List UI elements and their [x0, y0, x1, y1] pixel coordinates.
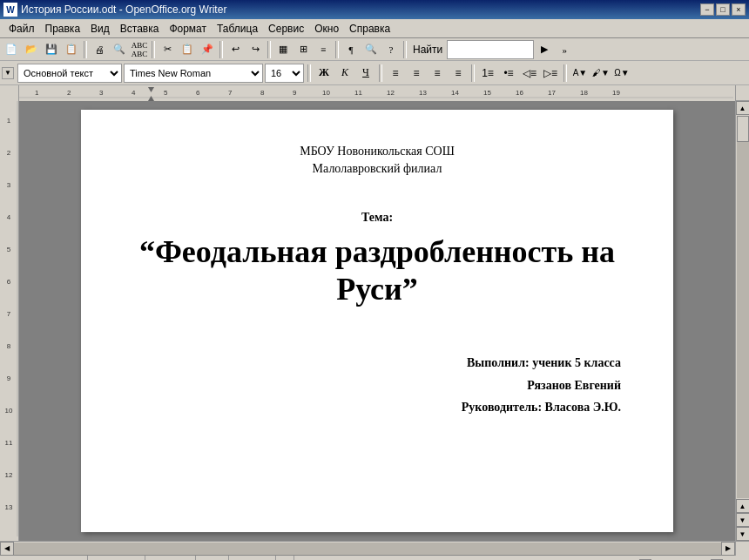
menu-help[interactable]: Справка	[344, 21, 395, 37]
maximize-button[interactable]: □	[716, 3, 730, 16]
paragraph-button[interactable]: ¶	[341, 40, 361, 59]
italic-button[interactable]: К	[335, 64, 354, 83]
underline-button[interactable]: Ч	[356, 64, 375, 83]
paste-button[interactable]: 📌	[198, 40, 217, 59]
status-bar: Страница 1 / 10 Обычный Русский ВСТ СТАН…	[0, 555, 749, 560]
paragraph-style-select[interactable]: Основной текст	[17, 64, 122, 83]
svg-text:11: 11	[354, 89, 362, 97]
scroll-prev-page[interactable]: ▲	[736, 499, 750, 513]
copy-button[interactable]: 📋	[178, 40, 197, 59]
menu-insert[interactable]: Вставка	[115, 21, 165, 37]
decrease-indent-button[interactable]: ◁≡	[520, 64, 539, 83]
spellcheck-button[interactable]: ABCABC	[130, 40, 149, 59]
author-line2: Рязанов Евгений	[133, 374, 621, 396]
insert-mode[interactable]: ВСТ	[196, 556, 229, 560]
save-button[interactable]: 💾	[42, 40, 61, 59]
table-button[interactable]: ▦	[273, 40, 293, 59]
main-area: 1 2 3 4 5 6 7 8 9 10 11 12 13 МБОУ Новон…	[0, 101, 749, 541]
standard-toolbar: 📄 📂 💾 📋 🖨 🔍 ABCABC ✂ 📋 📌 ↩ ↪ ▦ ⊞ ≡ ¶ 🔍 ?…	[0, 38, 749, 61]
formatting-toolbar: ▼ Основной текст Times New Roman 16 Ж К …	[0, 61, 749, 85]
fmt-sep2	[379, 64, 382, 82]
find-label: Найти	[413, 44, 442, 56]
selection-mode[interactable]: СТАНД	[229, 556, 276, 560]
new-button[interactable]: 📄	[2, 40, 21, 59]
menu-window[interactable]: Окно	[309, 21, 344, 37]
hscroll-left-button[interactable]: ◀	[0, 542, 14, 556]
fmt-sep3	[471, 64, 475, 82]
style-icon[interactable]: ▼	[2, 67, 14, 79]
menu-edit[interactable]: Правка	[40, 21, 86, 37]
modified-indicator: *	[276, 556, 294, 560]
increase-indent-button[interactable]: ▷≡	[541, 64, 560, 83]
align-center-button[interactable]: ≡	[407, 64, 426, 83]
hscroll-right-button[interactable]: ▶	[721, 542, 735, 556]
minimize-button[interactable]: −	[700, 3, 714, 16]
menu-file[interactable]: Файл	[3, 21, 40, 37]
close-button[interactable]: ×	[732, 3, 746, 16]
cut-button[interactable]: ✂	[158, 40, 177, 59]
align-justify-button[interactable]: ≡	[449, 64, 468, 83]
menu-bar: Файл Правка Вид Вставка Формат Таблица С…	[0, 19, 749, 38]
svg-text:2: 2	[7, 149, 11, 157]
svg-text:9: 9	[293, 89, 297, 97]
supervisor-line: Руководитель: Власова Э.Ю.	[133, 396, 621, 418]
preview-button[interactable]: 🔍	[110, 40, 129, 59]
svg-text:6: 6	[196, 89, 200, 97]
menu-tools[interactable]: Сервис	[263, 21, 309, 37]
undo-button[interactable]: ↩	[226, 40, 245, 59]
svg-text:7: 7	[228, 89, 233, 97]
document-area: МБОУ Новоникольская СОШ Малолавровский ф…	[19, 101, 735, 541]
bullets-button[interactable]: •≡	[499, 64, 518, 83]
highlight-color-button[interactable]: 🖌▼	[591, 64, 611, 83]
sep2	[152, 41, 155, 58]
zoom-in-button[interactable]: 🔍	[361, 40, 381, 59]
svg-marker-21	[148, 96, 154, 101]
find-input[interactable]	[447, 40, 534, 59]
scroll-down-button[interactable]: ▼	[736, 527, 750, 541]
scroll-track	[737, 116, 749, 498]
font-size-select[interactable]: 16	[265, 64, 304, 83]
language-indicator: Русский	[145, 556, 196, 560]
svg-text:5: 5	[7, 246, 11, 253]
svg-text:11: 11	[5, 439, 13, 447]
svg-text:12: 12	[5, 471, 13, 479]
find-next-button[interactable]: ▶	[535, 40, 554, 59]
scroll-small-buttons: ▲ ▼	[736, 499, 750, 527]
export-pdf-button[interactable]: 📋	[62, 40, 81, 59]
char-button[interactable]: Ω▼	[612, 64, 631, 83]
menu-table[interactable]: Таблица	[212, 21, 263, 37]
align-right-button[interactable]: ≡	[428, 64, 447, 83]
svg-text:12: 12	[387, 89, 395, 97]
bold-button[interactable]: Ж	[314, 64, 334, 83]
scroll-up-button[interactable]: ▲	[736, 101, 750, 115]
font-color-button[interactable]: A▼	[570, 64, 590, 83]
help-button[interactable]: ?	[381, 40, 401, 59]
open-button[interactable]: 📂	[22, 40, 41, 59]
vertical-ruler: 1 2 3 4 5 6 7 8 9 10 11 12 13	[0, 101, 19, 541]
app-icon: W	[3, 3, 17, 17]
author-info: Выполнил: ученик 5 класса Рязанов Евгени…	[133, 352, 621, 418]
menu-view[interactable]: Вид	[85, 21, 115, 37]
scroll-thumb[interactable]	[737, 116, 749, 142]
redo-button[interactable]: ↪	[246, 40, 265, 59]
font-name-select[interactable]: Times New Roman	[124, 64, 263, 83]
scroll-next-page[interactable]: ▼	[736, 513, 750, 527]
sep5	[335, 41, 339, 58]
title-bar: W История России.odt - OpenOffice.org Wr…	[0, 0, 749, 19]
svg-text:18: 18	[580, 89, 588, 97]
fields-button[interactable]: ≡	[314, 40, 333, 59]
svg-text:15: 15	[483, 89, 491, 97]
svg-text:4: 4	[7, 213, 11, 221]
svg-text:1: 1	[35, 89, 39, 97]
style-indicator: Обычный	[88, 556, 145, 560]
page-info: Страница 1 / 10	[3, 556, 88, 560]
window-controls: − □ ×	[700, 3, 746, 16]
svg-text:10: 10	[322, 89, 330, 97]
toolbar-options[interactable]: »	[555, 40, 574, 59]
insert-button[interactable]: ⊞	[294, 40, 313, 59]
menu-format[interactable]: Формат	[164, 21, 212, 37]
align-left-button[interactable]: ≡	[386, 64, 405, 83]
print-button[interactable]: 🖨	[90, 40, 109, 59]
numbering-button[interactable]: 1≡	[478, 64, 497, 83]
svg-text:8: 8	[7, 342, 11, 350]
